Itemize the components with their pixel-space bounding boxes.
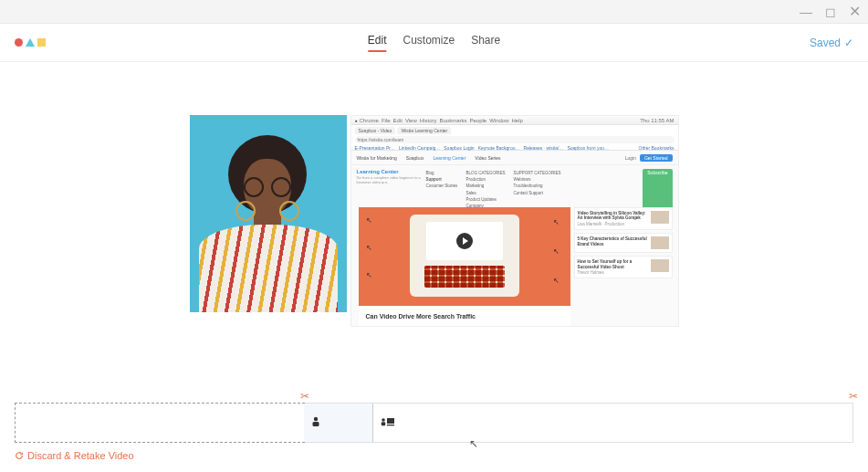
person-icon (311, 416, 320, 429)
browser-chrome: Soapbox - Video Wistia Learning Center h… (351, 125, 678, 151)
related-cards: Video Storytelling in Silicon Valley: An… (574, 207, 673, 281)
app-header: Edit Customize Share Saved ✓ (0, 24, 868, 62)
svg-rect-5 (387, 425, 394, 425)
svg-rect-4 (387, 418, 394, 424)
mac-menubar: Chrome File Edit View History Bookmarks … (351, 116, 678, 125)
hero-banner: ↖ ↖ ↖ ↖ ↖ ↖ Can Video Drive More Search … (359, 207, 570, 326)
screen-share-icon (381, 417, 395, 428)
site-nav: Wistia for Marketing Soapbox Learning Ce… (351, 151, 678, 165)
save-status-label: Saved (810, 37, 841, 49)
close-icon[interactable]: ✕ (849, 5, 861, 19)
refresh-icon (15, 451, 24, 460)
tab-customize[interactable]: Customize (403, 34, 455, 52)
trim-handle-left[interactable]: ✂ (300, 390, 309, 403)
tab-edit[interactable]: Edit (368, 34, 387, 52)
timeline-clip-screen[interactable] (373, 404, 852, 442)
header-tabs: Edit Customize Share (368, 34, 500, 52)
minimize-icon[interactable]: — (800, 5, 812, 18)
screen-preview[interactable]: Chrome File Edit View History Bookmarks … (350, 115, 679, 327)
svg-point-0 (314, 417, 318, 421)
webcam-preview[interactable] (190, 115, 347, 312)
tab-share[interactable]: Share (471, 34, 500, 52)
check-icon: ✓ (844, 37, 853, 49)
logo-icon (15, 38, 46, 47)
discard-retake-label: Discard & Retake Video (27, 450, 134, 461)
timeline-clip-cam[interactable] (304, 404, 373, 442)
window-titlebar: — ◻ ✕ (0, 0, 868, 24)
preview-area: Chrome File Edit View History Bookmarks … (0, 62, 868, 327)
svg-point-2 (382, 418, 385, 422)
save-status: Saved ✓ (810, 37, 853, 49)
cursor-icon: ↖ (469, 437, 478, 450)
svg-rect-1 (313, 422, 319, 426)
trim-handle-right[interactable]: ✂ (849, 390, 858, 403)
timeline-trimmed-region[interactable] (15, 403, 305, 443)
discard-retake-link[interactable]: Discard & Retake Video (15, 450, 134, 461)
maximize-icon[interactable]: ◻ (825, 5, 836, 18)
svg-rect-3 (382, 422, 385, 425)
timeline[interactable]: ✂ ✂ (15, 403, 853, 443)
